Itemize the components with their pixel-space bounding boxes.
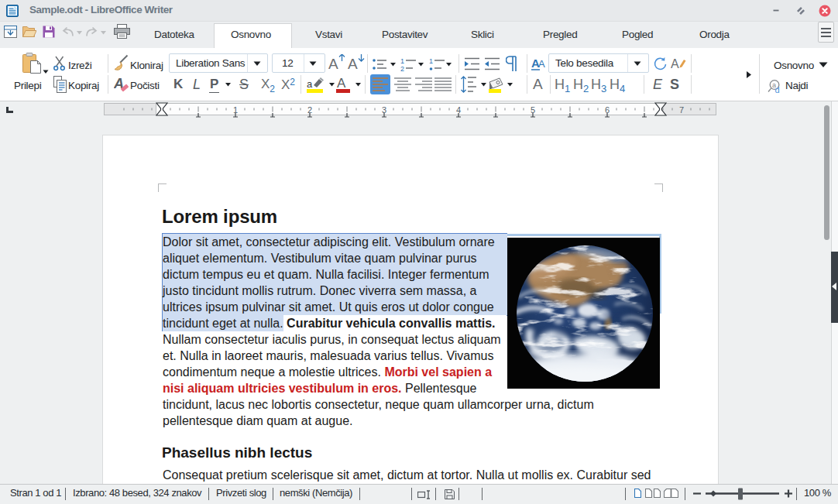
svg-text:2: 2 (307, 105, 312, 115)
svg-text:1: 1 (233, 105, 238, 115)
svg-text:1: 1 (429, 57, 433, 65)
svg-text:A: A (671, 57, 679, 70)
svg-text:3: 3 (382, 105, 386, 115)
svg-text:1: 1 (400, 57, 404, 65)
svg-text:5: 5 (531, 105, 535, 115)
svg-text:7: 7 (679, 105, 684, 115)
svg-text:4: 4 (456, 105, 461, 115)
svg-text:A: A (538, 58, 545, 70)
svg-text:a: a (307, 78, 313, 90)
svg-text:6: 6 (605, 105, 610, 115)
svg-text:d: d (775, 85, 780, 94)
svg-text:A: A (337, 76, 346, 91)
svg-text:2: 2 (400, 65, 404, 72)
